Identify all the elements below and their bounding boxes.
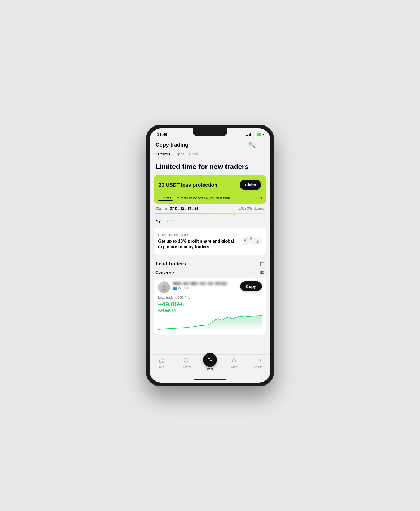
trader-pnl-label: Lead trader's 90D PnL xyxy=(158,296,262,300)
overview-row: Overview ▼ ▦ xyxy=(150,269,270,278)
overview-dropdown[interactable]: Overview ▼ xyxy=(155,270,175,274)
signal-bars-icon xyxy=(246,133,251,136)
tab-spot[interactable]: Spot xyxy=(176,152,184,157)
avatar xyxy=(158,281,170,293)
svg-point-6 xyxy=(162,285,166,288)
nav-label-discover: Discover xyxy=(181,365,191,368)
grow-icon xyxy=(231,357,237,365)
dropdown-arrow-icon: ▼ xyxy=(172,271,175,274)
nav-label-okx: OKX xyxy=(159,365,165,368)
progress-bar-fill: ⚡ xyxy=(155,213,234,214)
trader-pnl-percent: +49.05% xyxy=(158,301,262,308)
svg-rect-13 xyxy=(256,359,260,362)
trader-card-top: BNO ·bH ·9BC ·H3·.·C8 ·35YQZ. 👥 222/500 … xyxy=(158,281,262,293)
countdown-row: Claim in 37 D : 12 : 13 : 24 1,098,803 c… xyxy=(150,204,270,211)
status-icons: ≈ xyxy=(246,132,263,136)
svg-point-11 xyxy=(232,360,233,362)
banner-sub-text: Reimburse losses on your first trade xyxy=(175,196,231,200)
progress-bar: ⚡ xyxy=(155,213,265,214)
home-icon xyxy=(159,357,165,365)
trader-followers: 👥 222/500 xyxy=(173,286,228,290)
tab-futures[interactable]: Futures xyxy=(155,152,170,157)
banner-main: 20 USDT loss protection Claim xyxy=(154,175,266,193)
header-icons: 🔍 ⋯ xyxy=(249,141,265,148)
promo-banner: 20 USDT loss protection Claim Futures Re… xyxy=(154,175,266,204)
banner-text: 20 USDT loss protection xyxy=(159,182,240,188)
trade-icon xyxy=(207,356,213,364)
copy-button[interactable]: Copy xyxy=(240,281,262,291)
phone-frame: 11:46 ≈ Copy trading 🔍 ⋯ xyxy=(146,125,274,386)
svg-text:♜: ♜ xyxy=(249,237,253,241)
tab-bar: Futures Spot Feed xyxy=(150,151,270,160)
lead-traders-view-icon[interactable]: ◫ xyxy=(260,261,265,267)
promo-headline: Limited time for new traders xyxy=(155,163,248,171)
battery-fill xyxy=(257,133,262,136)
svg-point-10 xyxy=(233,359,235,360)
trade-center-button[interactable] xyxy=(203,353,217,367)
app-header: Copy trading 🔍 ⋯ xyxy=(150,138,270,151)
trader-info: BNO ·bH ·9BC ·H3·.·C8 ·35YQZ. 👥 222/500 xyxy=(158,281,228,293)
filter-icon[interactable]: ▦ xyxy=(260,269,265,275)
notch xyxy=(193,128,227,136)
recruiting-title: Get up to 13% profit share and global ex… xyxy=(158,238,240,250)
countdown-label: Claim in 37 D : 12 : 13 : 24 xyxy=(155,206,198,210)
banner-sub-left: Futures Reimburse losses on your first t… xyxy=(158,196,231,201)
futures-badge: Futures xyxy=(158,196,173,201)
nav-label-trade: Trade xyxy=(207,368,214,371)
discover-icon xyxy=(183,357,189,365)
svg-point-9 xyxy=(185,360,186,361)
recruiting-content: Recruiting lead traders Get up to 13% pr… xyxy=(158,233,240,250)
progress-bolt-icon: ⚡ xyxy=(232,212,236,216)
lead-traders-header: Lead traders ◫ xyxy=(150,258,270,269)
banner-sub: Futures Reimburse losses on your first t… xyxy=(154,193,266,204)
content-scroll[interactable]: Copy trading 🔍 ⋯ Futures Spot Feed Limit… xyxy=(150,138,270,354)
tab-feed[interactable]: Feed xyxy=(189,152,198,157)
trader-details: BNO ·bH ·9BC ·H3·.·C8 ·35YQZ. 👥 222/500 xyxy=(173,281,228,290)
lead-traders-title: Lead traders xyxy=(155,261,186,267)
nav-item-grow[interactable]: Grow xyxy=(222,357,246,371)
battery-icon xyxy=(256,133,263,136)
wifi-icon: ≈ xyxy=(253,132,255,136)
more-options-icon[interactable]: ⋯ xyxy=(259,141,265,148)
page-title: Copy trading xyxy=(155,142,188,148)
nav-item-trade[interactable]: Trade xyxy=(198,357,222,371)
home-indicator-area xyxy=(150,376,270,383)
countdown-claimed: 1,098,803 claimed xyxy=(238,207,265,210)
search-icon[interactable]: 🔍 xyxy=(249,141,255,148)
assets-icon xyxy=(255,357,261,365)
recruiting-image: ♜ ♜ ♜ xyxy=(240,232,262,251)
promo-headline-area: Limited time for new traders xyxy=(150,160,270,174)
bottom-nav: OKX Discover xyxy=(150,354,270,376)
nav-item-assets[interactable]: Assets xyxy=(246,357,270,371)
recruiting-section[interactable]: Recruiting lead traders Get up to 13% pr… xyxy=(154,228,266,255)
svg-text:♜: ♜ xyxy=(256,239,259,243)
home-indicator xyxy=(194,379,226,380)
claim-button[interactable]: Claim xyxy=(240,180,261,190)
trader-name: BNO ·bH ·9BC ·H3·.·C8 ·35YQZ. xyxy=(173,281,228,286)
svg-point-7 xyxy=(161,288,167,291)
phone-screen: 11:46 ≈ Copy trading 🔍 ⋯ xyxy=(150,128,270,383)
countdown-numbers: 37 D : 12 : 13 : 24 xyxy=(169,206,198,210)
svg-text:♜: ♜ xyxy=(243,238,246,243)
nav-label-assets: Assets xyxy=(254,365,262,368)
my-copies-row[interactable]: My copies › xyxy=(150,216,270,224)
my-copies-label: My copies xyxy=(155,219,172,223)
nav-label-grow: Grow xyxy=(231,365,237,368)
trader-card: BNO ·bH ·9BC ·H3·.·C8 ·35YQZ. 👥 222/500 … xyxy=(154,278,266,335)
nav-item-discover[interactable]: Discover xyxy=(174,357,198,371)
expand-icon[interactable]: ✕ xyxy=(259,195,262,201)
trader-pnl-amount: +$4,968.89 xyxy=(158,309,262,313)
trader-chart xyxy=(158,315,262,331)
nav-item-okx[interactable]: OKX xyxy=(150,357,174,371)
status-time: 11:46 xyxy=(157,132,167,137)
recruiting-label: Recruiting lead traders xyxy=(158,233,240,237)
svg-rect-14 xyxy=(257,361,258,361)
svg-point-12 xyxy=(235,360,236,362)
overview-label: Overview xyxy=(155,270,171,274)
my-copies-arrow-icon: › xyxy=(173,219,175,223)
